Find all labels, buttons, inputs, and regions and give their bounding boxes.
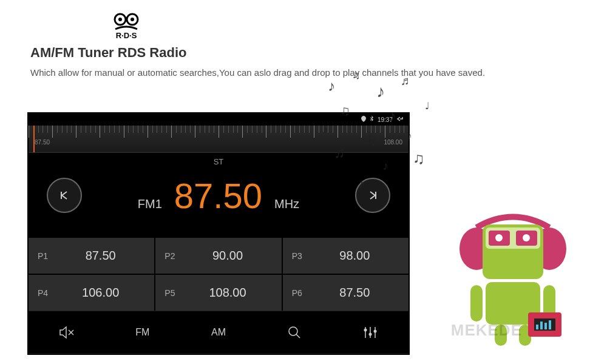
preset-value: 108.00 [183,286,272,300]
svg-rect-40 [470,285,483,322]
svg-point-9 [289,327,297,335]
preset-label: P2 [164,251,183,261]
equalizer-icon [363,326,378,339]
svg-text:♫: ♫ [413,149,425,167]
prev-station-button[interactable] [47,178,82,213]
preset-value: 106.00 [56,286,145,300]
svg-text:♫: ♫ [340,103,350,118]
preset-value: 87.50 [56,249,145,263]
search-icon [288,326,301,339]
page-title: AM/FM Tuner RDS Radio [30,45,577,61]
preset-label: P5 [164,288,183,298]
equalizer-button[interactable] [352,320,388,345]
watermark: MEKEDE [451,321,522,340]
preset-label: P3 [292,251,310,261]
preset-4[interactable]: P4 106.00 [29,275,154,311]
frequency-value: 87.50 [174,175,262,216]
svg-point-37 [495,234,503,241]
preset-label: P4 [38,288,56,298]
svg-text:♪: ♪ [322,123,328,136]
svg-point-38 [523,234,530,241]
preset-1[interactable]: P1 87.50 [29,238,154,274]
dial-min-label: 87.50 [35,139,50,146]
svg-text:♪: ♪ [328,78,335,94]
svg-point-16 [374,329,377,332]
svg-text:♪: ♪ [358,176,365,191]
preset-value: 87.50 [310,286,399,300]
svg-text:♪: ♪ [382,159,388,172]
rds-logo: R·D·S [109,12,577,42]
svg-text:R·D·S: R·D·S [116,31,137,39]
svg-text:♪: ♪ [388,107,396,125]
svg-point-14 [369,332,372,335]
svg-point-12 [364,328,367,331]
stereo-indicator: ST [214,157,224,166]
prev-icon [58,189,70,201]
band-label: FM1 [138,197,162,211]
fm-button[interactable]: FM [124,320,161,345]
svg-text:♬: ♬ [401,74,410,87]
mute-button[interactable] [49,320,85,345]
preset-label: P1 [38,251,56,261]
svg-rect-46 [536,325,538,329]
preset-6[interactable]: P6 87.50 [283,275,409,311]
preset-2[interactable]: P2 90.00 [155,238,281,274]
preset-grid: P1 87.50 P2 90.00 P3 98.00 P4 106.00 P5 … [29,238,409,311]
preset-value: 98.00 [310,249,399,263]
preset-3[interactable]: P3 98.00 [283,238,409,274]
svg-rect-47 [540,322,543,329]
svg-rect-48 [544,323,547,329]
frequency-unit: MHz [274,197,299,211]
preset-label: P6 [292,288,310,298]
svg-point-1 [118,18,122,21]
am-button[interactable]: AM [200,320,237,345]
svg-rect-49 [549,320,551,329]
search-button[interactable] [276,320,313,345]
svg-text:♪: ♪ [407,130,412,142]
svg-text:♫: ♫ [352,69,361,81]
svg-text:♩: ♩ [425,101,430,111]
music-notes-decoration: ♪ ♫ ♪ ♬ ♫ ♪ ♫ ♪ ♬ ♪ ♫ ♪ ♩ ♪ [304,61,455,212]
svg-text:♬: ♬ [334,144,345,161]
preset-5[interactable]: P5 108.00 [155,275,281,311]
svg-line-10 [296,334,300,338]
svg-text:♪: ♪ [376,82,385,101]
svg-point-3 [131,18,134,21]
preset-value: 90.00 [183,249,272,263]
speaker-mute-icon [59,326,75,339]
svg-text:♫: ♫ [364,129,378,149]
